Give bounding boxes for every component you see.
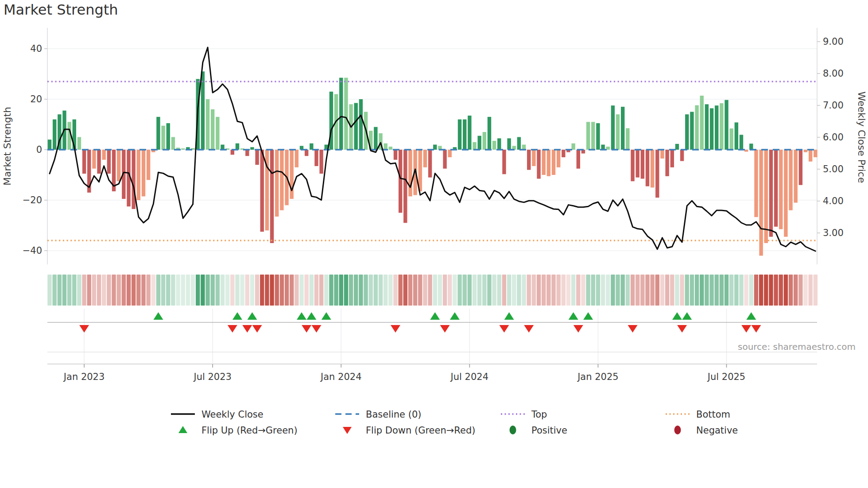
strength-bar <box>651 150 654 188</box>
strength-bar <box>310 143 313 150</box>
heatmap-cell <box>473 275 477 306</box>
strength-bar <box>527 150 531 170</box>
strength-bar <box>794 150 798 203</box>
heatmap-cell <box>329 275 333 306</box>
source-credit: source: sharemaestro.com <box>738 341 856 352</box>
heatmap-cell <box>161 275 165 306</box>
strength-bar <box>53 120 56 150</box>
heatmap-cell <box>136 275 140 306</box>
strength-bar <box>231 150 234 155</box>
strength-bar <box>804 150 807 152</box>
strength-bar <box>433 145 437 150</box>
heatmap-cell <box>438 275 442 306</box>
price-tick-label: 4.00 <box>823 196 844 206</box>
heatmap-cell <box>591 275 595 306</box>
heatmap-cell <box>354 275 358 306</box>
price-tick-label: 9.00 <box>823 36 844 47</box>
strength-bar <box>725 100 728 150</box>
strength-bar <box>729 128 733 150</box>
strength-bar <box>616 114 620 150</box>
heatmap-cell <box>779 275 783 306</box>
heatmap-cell <box>280 275 284 306</box>
legend-item-label: Weekly Close <box>202 409 264 420</box>
legend-item-label: Negative <box>696 425 738 436</box>
strength-bar <box>211 109 214 150</box>
strength-bar <box>132 150 135 209</box>
heatmap-cell <box>512 275 516 306</box>
strength-bar <box>720 103 723 150</box>
strength-bar <box>295 150 298 167</box>
strength-bar <box>759 150 763 256</box>
page-title: Market Strength <box>4 1 118 18</box>
strength-bar <box>497 138 501 150</box>
strength-bar <box>591 122 595 150</box>
strength-bar <box>809 150 812 162</box>
strength-bar <box>171 137 175 150</box>
strength-bar <box>665 150 669 176</box>
heatmap-cell <box>171 275 175 306</box>
strength-bar <box>260 150 264 232</box>
price-tick-label: 5.00 <box>823 164 844 174</box>
heatmap-cell <box>562 275 566 306</box>
heatmap-cell <box>665 275 669 306</box>
price-tick-label: 8.00 <box>823 68 844 79</box>
heatmap-cell <box>695 275 699 306</box>
strength-bar <box>799 150 802 185</box>
strength-bar <box>394 150 397 160</box>
y-axis-tick-label: −40 <box>23 245 42 256</box>
strength-bar <box>517 137 521 150</box>
strength-bar <box>389 147 392 150</box>
heatmap-cell <box>146 275 150 306</box>
heatmap-cell <box>191 275 195 306</box>
strength-bar <box>596 123 600 150</box>
heatmap-cell <box>107 275 111 306</box>
heatmap-cell <box>576 275 580 306</box>
legend-negative-icon <box>674 426 681 434</box>
x-axis-tick-label: Jan 2023 <box>63 372 105 382</box>
strength-bar <box>507 138 511 150</box>
heatmap-cell <box>457 275 461 306</box>
heatmap-cell <box>700 275 704 306</box>
strength-bar <box>359 99 363 150</box>
strength-bar <box>280 150 283 210</box>
heatmap-cell <box>739 275 743 306</box>
strength-bar <box>700 96 704 150</box>
heatmap-cell <box>221 275 225 306</box>
strength-bar <box>483 132 486 150</box>
heatmap-cell <box>255 275 259 306</box>
heatmap-cell <box>685 275 689 306</box>
heatmap-cell <box>240 275 244 306</box>
heatmap-cell <box>729 275 733 306</box>
strength-bar <box>705 104 709 150</box>
heatmap-cell <box>497 275 501 306</box>
heatmap-cell <box>650 275 654 306</box>
heatmap-cell <box>62 275 66 306</box>
heatmap-cell <box>344 275 348 306</box>
legend-item-label: Baseline (0) <box>366 409 421 420</box>
strength-bar <box>754 150 758 217</box>
strength-bar <box>660 150 664 159</box>
heatmap-cell <box>675 275 679 306</box>
strength-bar <box>181 148 185 150</box>
heatmap-cell <box>734 275 738 306</box>
heatmap-cell <box>586 275 590 306</box>
heatmap-cell <box>814 275 818 306</box>
heatmap-cell <box>181 275 185 306</box>
strength-bar <box>488 117 491 150</box>
heatmap-cell <box>58 275 62 306</box>
heatmap-cell <box>601 275 605 306</box>
strength-bar <box>137 150 140 200</box>
strength-bar <box>586 122 590 150</box>
y-axis-tick-label: 40 <box>30 43 42 54</box>
heatmap-cell <box>542 275 546 306</box>
heatmap-cell <box>339 275 343 306</box>
heatmap-cell <box>527 275 531 306</box>
heatmap-cell <box>720 275 724 306</box>
legend-item-label: Bottom <box>696 409 730 420</box>
y-axis-tick-label: −20 <box>23 195 42 205</box>
heatmap-cell <box>532 275 536 306</box>
heatmap-cell <box>754 275 758 306</box>
heatmap-cell <box>749 275 753 306</box>
strength-bar <box>636 150 639 178</box>
heatmap-cell <box>82 275 86 306</box>
